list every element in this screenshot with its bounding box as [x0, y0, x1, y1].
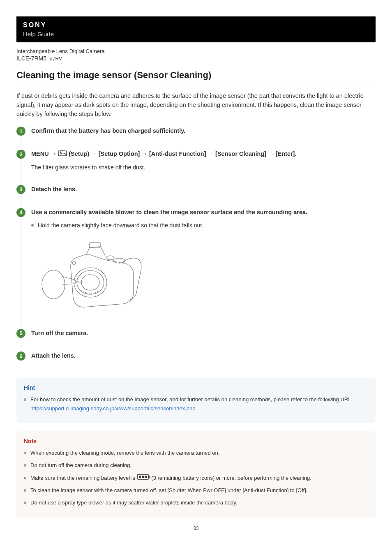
svg-rect-14	[148, 476, 150, 478]
product-model: ILCE-7RM5 α7RV	[16, 55, 376, 62]
note-title: Note	[24, 438, 368, 444]
hint-list: For how to check the amount of dust on t…	[24, 395, 368, 413]
note-list: When executing the cleaning mode, remove…	[24, 449, 368, 507]
blower-illustration	[37, 235, 152, 317]
step-2-title: MENU → (Setup) → [Setup Option] → [Anti-…	[31, 150, 376, 159]
brand-logo: SONY	[23, 21, 369, 29]
step-1-title: Confirm that the battery has been charge…	[31, 127, 376, 136]
svg-rect-15	[139, 476, 141, 478]
step-4-title: Use a commercially available blower to c…	[31, 208, 376, 217]
note-item-1: When executing the cleaning mode, remove…	[24, 449, 368, 458]
hint-link[interactable]: https://support.d-imaging.sony.co.jp/www…	[30, 405, 196, 412]
intro-text: If dust or debris gets inside the camera…	[16, 92, 376, 118]
step-4-bullets: Hold the camera slightly face downward s…	[31, 221, 376, 230]
step-3: 3 Detach the lens.	[31, 185, 376, 208]
step-num-3: 3	[16, 185, 25, 194]
step-num-5: 5	[16, 329, 25, 338]
note-item-3-prefix: Make sure that the remaining battery lev…	[30, 475, 137, 481]
steps-container: 1 Confirm that the battery has been char…	[16, 127, 376, 375]
header-bar: SONY Help Guide	[16, 16, 376, 42]
note-item-3-suffix: (3 remaining battery icons) or more, bef…	[151, 475, 311, 481]
hint-title: Hint	[24, 384, 368, 391]
step-2-desc: The filter glass vibrates to shake off t…	[31, 163, 376, 172]
step-num-1: 1	[16, 127, 25, 136]
svg-point-8	[81, 275, 99, 290]
product-category: Interchangeable Lens Digital Camera	[16, 48, 376, 54]
hint-box: Hint For how to check the amount of dust…	[16, 378, 376, 423]
step-4: 4 Use a commercially available blower to…	[31, 208, 376, 329]
page-number: 33	[16, 525, 376, 531]
svg-rect-17	[145, 476, 147, 478]
battery-icon	[137, 474, 150, 483]
step-6-title: Attach the lens.	[31, 352, 376, 361]
step-5: 5 Turn off the camera.	[31, 329, 376, 352]
hint-item-1: For how to check the amount of dust on t…	[24, 395, 368, 413]
step-6: 6 Attach the lens.	[31, 352, 376, 375]
svg-rect-16	[142, 476, 144, 478]
svg-rect-0	[58, 151, 67, 156]
note-item-3: Make sure that the remaining battery lev…	[24, 474, 368, 483]
model-main: ILCE-7RM5	[16, 55, 46, 62]
note-item-2: Do not turn off the camera during cleani…	[24, 461, 368, 470]
svg-point-12	[42, 270, 65, 299]
help-guide-label: Help Guide	[23, 30, 369, 37]
hint-item-1-text: For how to check the amount of dust on t…	[30, 396, 353, 402]
model-suffix: α7RV	[50, 56, 62, 62]
step-2: 2 MENU → (Setup) → [Setup Option] → [Ant…	[31, 150, 376, 185]
step-num-6: 6	[16, 352, 25, 361]
note-item-4: To clean the image sensor with the camer…	[24, 486, 368, 495]
svg-point-11	[72, 261, 76, 265]
step-4-bullet-1: Hold the camera slightly face downward s…	[31, 221, 376, 230]
step-5-title: Turn off the camera.	[31, 329, 376, 338]
page-title: Cleaning the image sensor (Sensor Cleani…	[16, 70, 376, 85]
step-1: 1 Confirm that the battery has been char…	[31, 127, 376, 150]
step-3-title: Detach the lens.	[31, 185, 376, 194]
svg-point-10	[106, 256, 114, 260]
step-2-suffix: (Setup) → [Setup Option] → [Anti-dust Fu…	[69, 150, 296, 157]
step-num-2: 2	[16, 150, 25, 159]
step-num-4: 4	[16, 208, 25, 217]
svg-point-6	[74, 268, 107, 297]
setup-icon	[58, 150, 67, 159]
note-item-5: Do not use a spray type blower as it may…	[24, 498, 368, 507]
note-box: Note When executing the cleaning mode, r…	[16, 431, 376, 517]
step-2-prefix: MENU →	[31, 150, 58, 157]
